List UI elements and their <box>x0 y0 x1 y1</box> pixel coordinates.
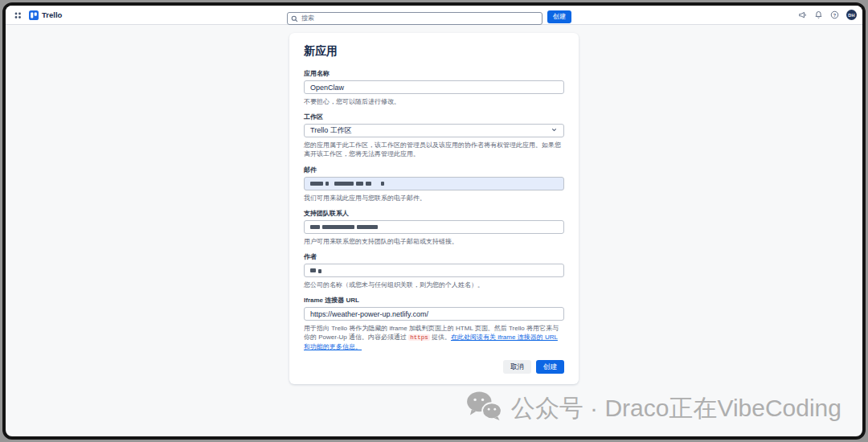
support-contact-helper: 用户可用来联系您的支持团队的电子邮箱或支持链接。 <box>304 237 564 246</box>
redacted-value <box>326 182 329 186</box>
field-iframe-url: Iframe 连接器 URL 用于指向 Trello 将作为隐藏的 iframe… <box>304 296 564 351</box>
top-navigation-bar: Trello 创建 <box>6 6 862 25</box>
author-helper: 您公司的名称（或您未与任何组织关联，则为您的个人姓名）。 <box>304 280 564 289</box>
email-input[interactable] <box>304 177 564 190</box>
redacted-value <box>356 182 363 186</box>
redacted-value <box>310 225 320 229</box>
svg-text:?: ? <box>833 13 837 18</box>
app-name-label: 应用名称 <box>304 69 564 78</box>
email-label: 邮件 <box>304 166 564 174</box>
search-icon <box>291 11 298 26</box>
iframe-url-label: Iframe 连接器 URL <box>304 296 564 305</box>
watermark-text: 公众号 · Draco正在VibeCoding <box>511 392 841 425</box>
redacted-value <box>322 225 354 229</box>
redacted-value <box>381 182 384 186</box>
workspace-select[interactable]: Trello 工作区 <box>304 124 564 137</box>
redacted-value <box>366 182 371 186</box>
redacted-value <box>310 268 316 272</box>
form-actions: 取消 创建 <box>304 360 564 374</box>
iframe-helper-text: 提供。 <box>430 334 451 341</box>
help-icon[interactable]: ? <box>830 10 839 19</box>
app-title: Trello <box>42 10 62 19</box>
new-app-form-card: 新应用 应用名称 不要担心，您可以随后进行修改。 工作区 Trello 工作区 <box>289 33 579 384</box>
field-author: 作者 您公司的名称（或您未与任何组织关联，则为您的个人姓名）。 <box>304 252 564 289</box>
redacted-value <box>310 182 323 186</box>
wechat-icon <box>465 391 502 427</box>
cancel-button[interactable]: 取消 <box>503 360 531 374</box>
trello-logo[interactable]: Trello <box>29 10 62 20</box>
notifications-bell-icon[interactable] <box>814 10 823 19</box>
email-helper: 我们可用来就此应用与您联系的电子邮件。 <box>304 194 564 203</box>
author-label: 作者 <box>304 252 564 261</box>
support-contact-label: 支持团队联系人 <box>304 209 564 218</box>
user-avatar[interactable]: DH <box>846 10 857 20</box>
megaphone-icon[interactable] <box>798 10 807 19</box>
workspace-selected-value: Trello 工作区 <box>310 125 352 136</box>
app-name-helper: 不要担心，您可以随后进行修改。 <box>304 97 564 106</box>
author-input[interactable] <box>304 264 564 277</box>
workspace-label: 工作区 <box>304 113 564 121</box>
iframe-url-helper: 用于指向 Trello 将作为隐藏的 iframe 加载到页面上的 HTML 页… <box>304 324 564 351</box>
redacted-value <box>357 225 378 229</box>
create-button-topbar[interactable]: 创建 <box>547 10 571 23</box>
field-email: 邮件 我们可用来就此应用与您联系的电子邮件。 <box>304 166 564 203</box>
redacted-value <box>318 269 321 273</box>
create-button-submit[interactable]: 创建 <box>536 360 564 374</box>
field-support-contact: 支持团队联系人 用户可用来联系您的支持团队的电子邮箱或支持链接。 <box>304 209 564 246</box>
support-contact-input[interactable] <box>304 220 564 234</box>
search-input[interactable] <box>287 12 542 25</box>
app-name-input[interactable] <box>304 80 564 94</box>
trello-logo-icon <box>29 10 39 20</box>
redacted-value <box>334 182 354 186</box>
app-switcher-icon[interactable] <box>14 11 22 19</box>
iframe-url-input[interactable] <box>304 307 564 321</box>
page-title: 新应用 <box>304 44 564 59</box>
https-code-badge: https <box>408 334 430 341</box>
chevron-down-icon <box>551 126 558 135</box>
watermark: 公众号 · Draco正在VibeCoding <box>465 391 841 427</box>
field-workspace: 工作区 Trello 工作区 您的应用属于此工作区，该工作区的管理员以及该应用的… <box>304 113 564 158</box>
field-app-name: 应用名称 不要担心，您可以随后进行修改。 <box>304 69 564 106</box>
trello-app: Trello 创建 <box>6 6 862 436</box>
window-frame: Trello 创建 <box>2 2 866 440</box>
workspace-helper: 您的应用属于此工作区，该工作区的管理员以及该应用的协作者将有权管理此应用。如果您… <box>304 141 564 158</box>
